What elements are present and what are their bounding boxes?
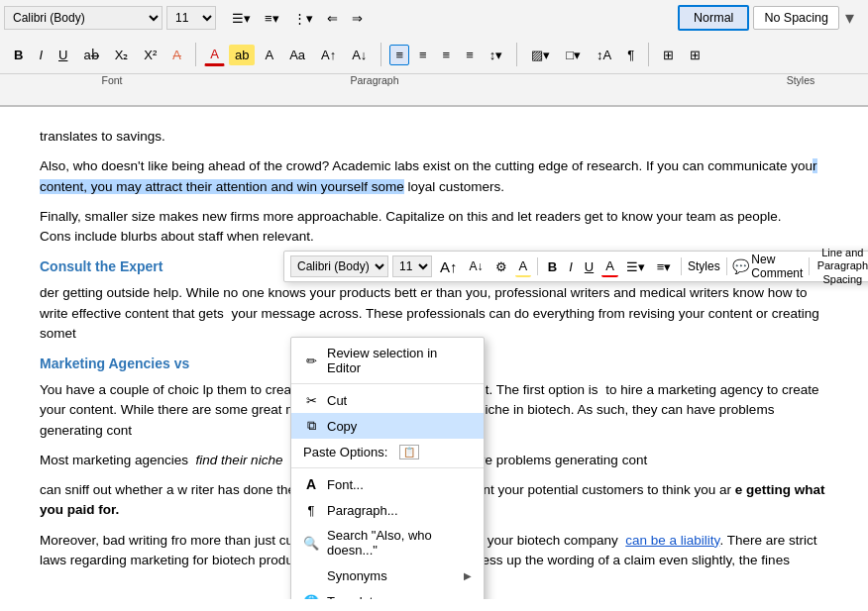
font-color2-button[interactable]: A [259, 45, 279, 65]
paste-option-icon[interactable]: 📋 [399, 444, 419, 459]
decrease-indent-button[interactable]: ⇐ [321, 8, 344, 29]
document-content: translates to savings. Also, who doesn't… [0, 107, 868, 599]
divider3 [516, 43, 517, 66]
font-section-label: Font [8, 74, 216, 91]
paragraph-savings: translates to savings. [40, 127, 828, 147]
float-numbering-button[interactable]: ≡▾ [653, 257, 676, 276]
styles-more-button[interactable]: ▾ [843, 9, 856, 27]
float-styles-button[interactable]: Styles [688, 259, 720, 273]
float-fontcolor-button[interactable]: A [601, 256, 618, 277]
ribbon: Calibri (Body) 11 ☰▾ ≡▾ ⋮▾ ⇐ ⇒ Normal No… [0, 0, 868, 107]
ctx-cut[interactable]: ✂ Cut [291, 387, 484, 413]
ctx-review-label: Review selection in Editor [327, 346, 472, 375]
copy-icon: ⧉ [303, 418, 319, 434]
float-shrink-button[interactable]: A↓ [466, 257, 488, 275]
paragraph-consult: der getting outside help. While no one k… [40, 283, 828, 344]
liability-link[interactable]: can be a liability [625, 533, 719, 548]
float-separator3 [726, 257, 727, 275]
style-normal-button[interactable]: Normal [678, 5, 749, 31]
increase-indent-button[interactable]: ⇒ [346, 8, 369, 29]
section-labels: Font Paragraph Styles [0, 73, 868, 91]
floating-toolbar: Calibri (Body) 11 A↑ A↓ ⚙ A B I U A ☰▾ ≡… [283, 251, 868, 282]
synonyms-icon [303, 567, 319, 583]
ribbon-row2: B I U ab̶ X₂ X² A̶ A ab A Aa A↑ A↓ ≡ ≡ ≡… [0, 36, 868, 73]
font-size-selector[interactable]: 11 [166, 6, 216, 30]
ctx-separator1 [291, 383, 484, 384]
float-highlight-button[interactable]: A [515, 256, 532, 277]
divider1 [195, 43, 196, 66]
paragraph-icon: ¶ [303, 502, 319, 518]
float-separator4 [809, 257, 810, 275]
ctx-separator2 [291, 467, 484, 468]
cut-icon: ✂ [303, 392, 319, 408]
ctx-cut-label: Cut [327, 393, 347, 408]
italic-button[interactable]: I [33, 45, 49, 65]
float-newcomment-button[interactable]: 💬 New Comment [732, 253, 803, 280]
ribbon-row1: Calibri (Body) 11 ☰▾ ≡▾ ⋮▾ ⇐ ⇒ Normal No… [0, 0, 868, 36]
ctx-search[interactable]: 🔍 Search "Also, who doesn..." [291, 523, 484, 562]
translate-icon: 🌐 [303, 593, 319, 599]
ctx-search-label: Search "Also, who doesn..." [327, 528, 472, 558]
ctx-paragraph[interactable]: ¶ Paragraph... [291, 497, 484, 523]
borders-button[interactable]: □▾ [560, 45, 587, 65]
ctx-copy-label: Copy [327, 419, 357, 434]
superscript-button[interactable]: X² [138, 45, 163, 65]
float-separator2 [681, 257, 682, 275]
align-center-button[interactable]: ≡ [413, 45, 433, 65]
float-separator1 [537, 257, 538, 275]
highlight-button[interactable]: ab [229, 45, 255, 65]
multilevel-button[interactable]: ⋮▾ [287, 8, 319, 29]
numbering-button[interactable]: ≡▾ [259, 8, 285, 29]
float-format-button[interactable]: ⚙ [491, 257, 511, 276]
expand-font-button[interactable]: ⊞ [657, 45, 680, 65]
align-left-button[interactable]: ≡ [389, 45, 409, 65]
float-bold-button[interactable]: B [544, 257, 561, 276]
bold-button[interactable]: B [8, 45, 29, 65]
shading-button[interactable]: ▨▾ [525, 45, 556, 65]
float-font-selector[interactable]: Calibri (Body) [290, 255, 388, 277]
divider4 [648, 43, 649, 66]
ctx-review-editor[interactable]: ✏ Review selection in Editor [291, 341, 484, 380]
ctx-copy[interactable]: ⧉ Copy [291, 413, 484, 439]
ctx-synonyms-label: Synonyms [327, 568, 387, 583]
float-italic-button[interactable]: I [565, 257, 577, 276]
font-icon: A [303, 476, 319, 492]
float-linespacing-button[interactable]: Line andParagraph Spacing [815, 247, 868, 286]
paste-label: Paste Options: [303, 445, 387, 459]
ctx-translate[interactable]: 🌐 Translate [291, 588, 484, 599]
float-underline-button[interactable]: U [581, 257, 597, 276]
ctx-translate-label: Translate [327, 594, 380, 600]
style-nospacing-button[interactable]: No Spacing [753, 6, 839, 30]
float-bullets-button[interactable]: ☰▾ [622, 257, 649, 276]
justify-button[interactable]: ≡ [460, 45, 480, 65]
pilcrow-button[interactable]: ¶ [621, 45, 640, 65]
grow-font-button[interactable]: A↑ [315, 45, 342, 65]
divider2 [380, 43, 381, 66]
font-family-selector[interactable]: Calibri (Body) [4, 6, 163, 30]
float-grow-button[interactable]: A↑ [436, 256, 462, 277]
bullets-button[interactable]: ☰▾ [226, 8, 257, 29]
sort-button[interactable]: ↕A [591, 45, 617, 65]
context-menu: ✏ Review selection in Editor ✂ Cut ⧉ Cop… [290, 337, 485, 599]
styles-section-label: Styles [741, 74, 860, 91]
ctx-font-label: Font... [327, 477, 364, 492]
font-color-button[interactable]: A [204, 44, 225, 66]
align-right-button[interactable]: ≡ [437, 45, 457, 65]
review-icon: ✏ [303, 353, 319, 368]
underline-button[interactable]: U [53, 45, 73, 65]
ctx-paste[interactable]: Paste Options: 📋 [291, 439, 484, 464]
line-spacing-button[interactable]: ↕▾ [484, 45, 509, 65]
subscript-button[interactable]: X₂ [109, 45, 135, 65]
float-size-selector[interactable]: 11 [392, 255, 432, 277]
strikethrough-button[interactable]: ab̶ [77, 45, 104, 65]
clear-format-button[interactable]: A̶ [166, 45, 187, 65]
paragraph-smaller: Finally, smaller size makes new firms mo… [40, 207, 828, 248]
styles-area: Normal No Spacing ▾ [678, 5, 864, 31]
change-case-button[interactable]: Aa [283, 45, 311, 65]
shrink-font-button[interactable]: A↓ [346, 45, 373, 65]
comment-icon: 💬 [732, 258, 749, 274]
ctx-synonyms[interactable]: Synonyms [291, 562, 484, 588]
ctx-paragraph-label: Paragraph... [327, 503, 398, 518]
paragraph-settings-button[interactable]: ⊞ [684, 45, 706, 65]
ctx-font[interactable]: A Font... [291, 471, 484, 497]
